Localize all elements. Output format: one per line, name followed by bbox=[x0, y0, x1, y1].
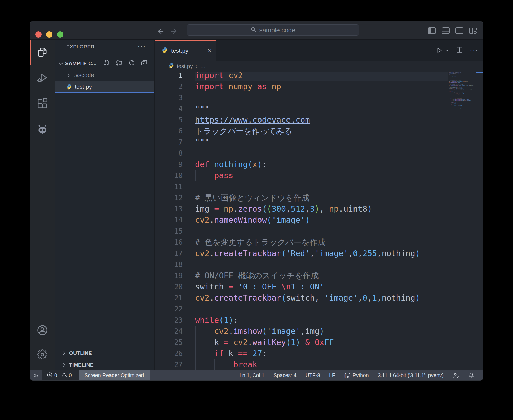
line-content: cv2.createTrackbar(switch, 'image',0,1,n… bbox=[195, 292, 448, 303]
close-window-button[interactable] bbox=[35, 31, 42, 38]
status-item-eol[interactable]: LF bbox=[329, 372, 335, 378]
code-line-27[interactable]: 27 break bbox=[155, 359, 483, 370]
screen-reader-status[interactable]: Screen Reader Optimized bbox=[79, 370, 150, 380]
explorer-more-actions[interactable]: ··· bbox=[138, 42, 146, 50]
code-line-5[interactable]: 5https://www.codevace.com bbox=[155, 114, 483, 126]
status-item-indentation[interactable]: Spaces: 4 bbox=[273, 372, 297, 378]
code-line-20[interactable]: 20switch = '0 : OFF \n1 : ON' bbox=[155, 281, 483, 292]
toggle-secondary-sidebar-icon[interactable] bbox=[455, 27, 463, 34]
status-item-cursor-position[interactable]: Ln 1, Col 1 bbox=[240, 372, 264, 378]
code-line-14[interactable]: 14cv2.namedWindow('image') bbox=[155, 215, 483, 226]
line-content bbox=[195, 181, 448, 192]
new-folder-icon[interactable] bbox=[116, 59, 123, 68]
code-line-7[interactable]: 7""" bbox=[155, 137, 483, 148]
breadcrumb[interactable]: test.py › … bbox=[155, 61, 483, 72]
file-name: test.py bbox=[75, 83, 92, 90]
code-line-1[interactable]: 1import cv2 bbox=[155, 72, 483, 81]
code-line-3[interactable]: 3 bbox=[155, 92, 483, 103]
minimize-window-button[interactable] bbox=[46, 31, 52, 38]
collapse-all-icon[interactable] bbox=[141, 59, 148, 68]
language-mode[interactable]: {} Python bbox=[344, 372, 369, 379]
vscode-window: sample code bbox=[30, 21, 483, 381]
folder-section-header[interactable]: SAMPLE C... bbox=[55, 58, 154, 69]
code-line-26[interactable]: 26 if k == 27: bbox=[155, 348, 483, 359]
code-line-9[interactable]: 9def nothing(x): bbox=[155, 159, 483, 170]
status-item-encoding[interactable]: UTF-8 bbox=[306, 372, 320, 378]
sidebar-item-explorer[interactable] bbox=[30, 40, 55, 65]
code-line-8[interactable]: 8 bbox=[155, 148, 483, 159]
toggle-primary-sidebar-icon[interactable] bbox=[428, 27, 436, 34]
breadcrumb-file[interactable]: test.py bbox=[177, 63, 193, 69]
toggle-panel-icon[interactable] bbox=[442, 27, 450, 34]
command-center-search[interactable]: sample code bbox=[187, 24, 359, 36]
run-python-file-icon[interactable] bbox=[436, 47, 449, 54]
feedback-icon[interactable] bbox=[453, 372, 459, 378]
editor-more-actions-icon[interactable]: ··· bbox=[470, 46, 478, 55]
code-line-15[interactable]: 15 bbox=[155, 226, 483, 237]
code-line-17[interactable]: 17cv2.createTrackbar('Red','image',0,255… bbox=[155, 248, 483, 259]
split-editor-icon[interactable] bbox=[456, 46, 463, 54]
close-tab-icon[interactable]: × bbox=[207, 47, 212, 55]
code-line-10[interactable]: 10 pass bbox=[155, 170, 483, 181]
python-interpreter[interactable]: 3.11.1 64-bit ('3.11.1': pyenv) bbox=[378, 372, 444, 378]
files-icon bbox=[37, 46, 48, 59]
line-number: 3 bbox=[155, 92, 195, 103]
breadcrumb-symbol[interactable]: … bbox=[200, 63, 206, 69]
minimap[interactable]: import cv2import numpy as np """https://… bbox=[449, 72, 481, 109]
new-file-icon[interactable] bbox=[103, 59, 110, 68]
zoom-window-button[interactable] bbox=[57, 31, 63, 38]
customize-layout-icon[interactable] bbox=[469, 27, 477, 34]
code-line-4[interactable]: 4""" bbox=[155, 103, 483, 114]
sidebar-item-extensions[interactable] bbox=[30, 91, 55, 117]
line-content: img = np.zeros((300,512,3), np.uint8) bbox=[195, 203, 448, 215]
line-number: 20 bbox=[155, 281, 195, 292]
line-content: k = cv2.waitKey(1) & 0xFF bbox=[195, 337, 448, 348]
code-line-24[interactable]: 24 cv2.imshow('image',img) bbox=[155, 326, 483, 337]
settings-button[interactable] bbox=[30, 342, 55, 368]
refresh-icon[interactable] bbox=[128, 59, 135, 68]
line-number: 23 bbox=[155, 315, 195, 326]
indent-guide bbox=[195, 359, 196, 370]
code-line-12[interactable]: 12# 黒い画像とウィンドウを作成 bbox=[155, 192, 483, 203]
code-line-25[interactable]: 25 k = cv2.waitKey(1) & 0xFF bbox=[155, 337, 483, 348]
line-content: import cv2 bbox=[195, 72, 448, 81]
code-line-18[interactable]: 18 bbox=[155, 259, 483, 270]
warning-count: 0 bbox=[69, 372, 72, 378]
code-line-6[interactable]: 6トラックバーを作ってみる bbox=[155, 126, 483, 137]
code-line-21[interactable]: 21cv2.createTrackbar(switch, 'image',0,1… bbox=[155, 292, 483, 303]
code-line-13[interactable]: 13img = np.zeros((300,512,3), np.uint8) bbox=[155, 203, 483, 215]
back-arrow-icon[interactable] bbox=[156, 27, 165, 35]
line-number: 24 bbox=[155, 326, 195, 337]
code-line-11[interactable]: 11 bbox=[155, 181, 483, 192]
code-line-22[interactable]: 22 bbox=[155, 303, 483, 315]
accounts-button[interactable] bbox=[30, 318, 55, 343]
notifications-bell-icon[interactable] bbox=[468, 372, 474, 378]
section-outline[interactable]: OUTLINE bbox=[55, 347, 154, 359]
code-line-16[interactable]: 16# 色を変更するトラックバーを作成 bbox=[155, 237, 483, 248]
tab-test-py[interactable]: test.py × bbox=[155, 40, 216, 61]
code-editor[interactable]: 1import cv22import numpy as np34"""5http… bbox=[155, 72, 483, 370]
problems-indicator[interactable]: 0 0 bbox=[42, 370, 79, 380]
activity-bar bbox=[30, 40, 55, 370]
line-content: """ bbox=[195, 137, 448, 148]
code-line-23[interactable]: 23while(1): bbox=[155, 315, 483, 326]
line-number: 17 bbox=[155, 248, 195, 259]
breadcrumb-separator: › bbox=[195, 62, 197, 70]
title-bar: sample code bbox=[30, 21, 483, 40]
code-line-2[interactable]: 2import numpy as np bbox=[155, 81, 483, 92]
remote-indicator[interactable] bbox=[30, 370, 42, 380]
sidebar-item-ai-assistant[interactable] bbox=[30, 117, 55, 142]
section-timeline[interactable]: TIMELINE bbox=[55, 359, 154, 370]
warning-icon bbox=[61, 372, 67, 379]
account-icon bbox=[36, 324, 48, 337]
code-line-19[interactable]: 19# ON/OFF 機能のスイッチを作成 bbox=[155, 270, 483, 281]
python-file-icon bbox=[66, 84, 72, 90]
file-row-.vscode[interactable]: .vscode bbox=[55, 69, 154, 81]
line-content: cv2.imshow('image',img) bbox=[195, 326, 448, 337]
sidebar-item-run-debug[interactable] bbox=[30, 65, 55, 91]
forward-arrow-icon[interactable] bbox=[170, 27, 179, 35]
line-number: 1 bbox=[155, 72, 195, 81]
indent-guide bbox=[195, 337, 196, 348]
line-content: if k == 27: bbox=[195, 348, 448, 359]
file-row-test.py[interactable]: test.py bbox=[55, 81, 154, 93]
